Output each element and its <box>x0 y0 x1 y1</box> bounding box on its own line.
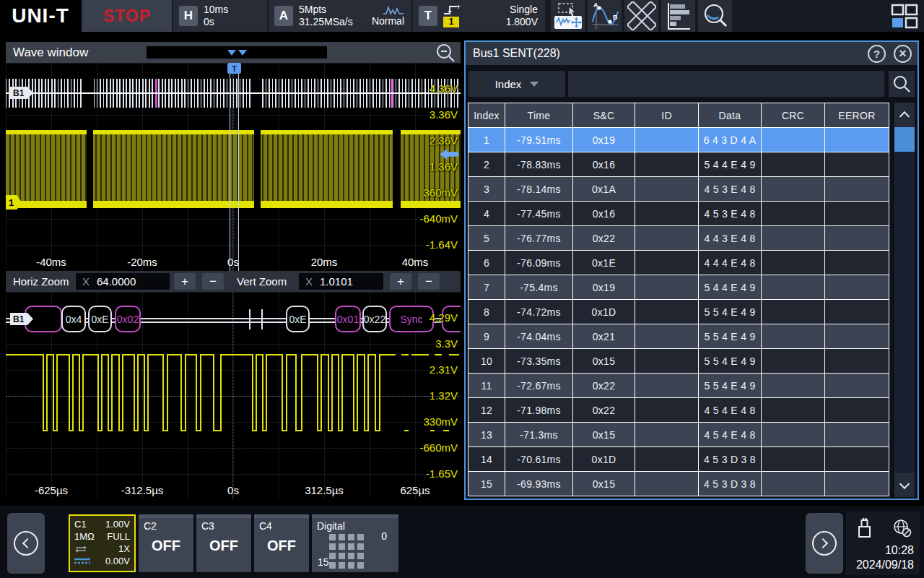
table-cell[interactable] <box>825 202 889 225</box>
table-cell[interactable]: -73.35ms <box>505 349 572 373</box>
table-cell[interactable] <box>635 128 698 152</box>
table-cell[interactable]: 8 <box>468 300 505 324</box>
decode-frame[interactable]: Sync <box>389 306 434 332</box>
scroll-down-button[interactable] <box>894 473 915 497</box>
table-cell[interactable]: 1 <box>468 128 505 152</box>
decode-frame[interactable]: 0x02 <box>115 306 141 332</box>
table-cell[interactable]: 4 5 4 E 4 8 <box>699 423 761 447</box>
table-cell[interactable]: -72.67ms <box>505 374 572 397</box>
table-cell[interactable]: 4 5 4 E 4 8 <box>699 398 761 422</box>
table-search-button[interactable] <box>889 71 915 97</box>
measure-button[interactable] <box>624 0 658 32</box>
search-button[interactable] <box>698 0 732 32</box>
scrollbar-thumb[interactable] <box>894 127 915 152</box>
table-cell[interactable]: 15 <box>468 472 505 496</box>
table-cell[interactable] <box>825 324 889 348</box>
window-layout-button[interactable] <box>889 2 920 31</box>
table-cell[interactable] <box>635 300 698 324</box>
table-cell[interactable] <box>762 374 824 397</box>
table-cell[interactable] <box>825 447 889 471</box>
channel2-box[interactable]: C2 OFF <box>139 514 193 572</box>
zoom-out-icon[interactable] <box>435 43 456 63</box>
table-cell[interactable]: 5 <box>468 226 505 250</box>
table-cell[interactable]: 5 5 4 E 4 9 <box>699 374 761 397</box>
table-cell[interactable]: 0x1E <box>573 251 635 275</box>
table-cell[interactable]: 0x21 <box>573 324 635 348</box>
table-cell[interactable]: 13 <box>468 423 505 447</box>
table-cell[interactable] <box>762 398 824 422</box>
select-zone-button[interactable] <box>551 0 585 32</box>
table-cell[interactable] <box>635 275 698 299</box>
table-cell[interactable]: -76.77ms <box>505 226 572 250</box>
table-cell[interactable] <box>825 349 889 373</box>
vert-zoom-minus-button[interactable]: − <box>418 273 440 290</box>
table-scrollbar[interactable] <box>894 103 915 497</box>
scroll-left-button[interactable] <box>7 513 45 574</box>
table-cell[interactable]: 0x16 <box>573 152 635 176</box>
table-cell[interactable] <box>762 423 824 447</box>
table-cell[interactable] <box>635 472 698 496</box>
table-cell[interactable] <box>825 398 889 422</box>
table-cell[interactable]: -77.45ms <box>505 202 572 225</box>
channel3-box[interactable]: C3 OFF <box>196 514 251 572</box>
horiz-zoom-plus-button[interactable]: + <box>174 273 196 290</box>
statistics-button[interactable] <box>661 0 695 32</box>
horizontal-settings[interactable]: H 10ms 0s <box>173 0 267 32</box>
table-cell[interactable] <box>825 300 889 324</box>
table-cell[interactable] <box>762 152 824 176</box>
table-cell[interactable]: 0x22 <box>573 226 635 250</box>
table-cell[interactable]: 0x15 <box>573 472 635 496</box>
table-cell[interactable]: 5 5 4 E 4 9 <box>699 300 761 324</box>
wave-position-bar[interactable] <box>147 46 327 59</box>
table-cell[interactable]: 0x22 <box>573 398 635 422</box>
table-cell[interactable] <box>825 152 889 176</box>
table-cell[interactable]: 2 <box>468 152 505 176</box>
decode-frame[interactable]: 0xE <box>286 306 310 332</box>
table-cell[interactable] <box>825 226 889 250</box>
table-cell[interactable] <box>635 177 698 201</box>
table-cell[interactable]: -79.51ms <box>505 128 572 152</box>
table-cell[interactable]: 5 4 4 E 4 9 <box>699 275 761 299</box>
table-cell[interactable] <box>635 226 698 250</box>
table-cell[interactable]: -76.09ms <box>505 251 572 275</box>
channel1-box[interactable]: C1 1.00V 1MΩ FULL 1X 0.00V <box>69 514 136 572</box>
table-cell[interactable] <box>635 398 698 422</box>
table-cell[interactable]: 0x1A <box>573 177 635 201</box>
table-cell[interactable] <box>762 472 824 496</box>
table-cell[interactable]: -75.4ms <box>505 275 572 299</box>
table-cell[interactable] <box>762 447 824 471</box>
table-cell[interactable]: 4 4 4 E 4 8 <box>699 251 761 275</box>
table-cell[interactable]: 11 <box>468 374 505 397</box>
table-cell[interactable]: 4 4 3 E 4 8 <box>699 226 761 250</box>
table-cell[interactable]: 3 <box>468 177 505 201</box>
decode-frame[interactable]: 0x01 <box>335 306 361 332</box>
table-cell[interactable] <box>635 374 698 397</box>
table-cell[interactable] <box>635 251 698 275</box>
table-cell[interactable]: 7 <box>468 275 505 299</box>
decode-frame[interactable]: 0xE <box>88 306 112 332</box>
table-cell[interactable]: 4 5 3 D 3 8 <box>699 472 761 496</box>
table-cell[interactable]: 4 5 3 D 3 8 <box>699 447 761 471</box>
table-cell[interactable] <box>762 349 824 373</box>
vert-zoom-plus-button[interactable]: + <box>390 273 411 290</box>
table-cell[interactable]: 0x15 <box>573 349 635 373</box>
table-cell[interactable] <box>762 275 824 299</box>
table-cell[interactable]: 6 <box>468 251 505 275</box>
table-cell[interactable] <box>635 152 698 176</box>
decode-frame[interactable]: 0x22 <box>362 306 387 332</box>
lower-waveform-view[interactable]: 0x40xE0x020xE0x010x22Sync B1 4.29V3.3V2.… <box>6 292 461 499</box>
table-cell[interactable]: 4 <box>468 202 505 225</box>
table-cell[interactable] <box>762 300 824 324</box>
scroll-right-button[interactable] <box>806 513 843 574</box>
close-icon[interactable]: × <box>894 45 912 63</box>
decode-frame[interactable]: 0x4 <box>61 306 86 332</box>
search-input[interactable] <box>568 71 884 97</box>
table-cell[interactable]: 5 4 4 E 4 9 <box>699 152 761 176</box>
scroll-up-button[interactable] <box>894 103 915 126</box>
table-cell[interactable] <box>825 251 889 275</box>
table-cell[interactable]: 0x15 <box>573 423 635 447</box>
table-cell[interactable]: -70.61ms <box>505 447 572 471</box>
table-cell[interactable] <box>762 128 824 152</box>
table-cell[interactable]: -78.14ms <box>505 177 572 201</box>
vert-zoom-value-box[interactable]: X 1.0101 <box>299 273 383 290</box>
